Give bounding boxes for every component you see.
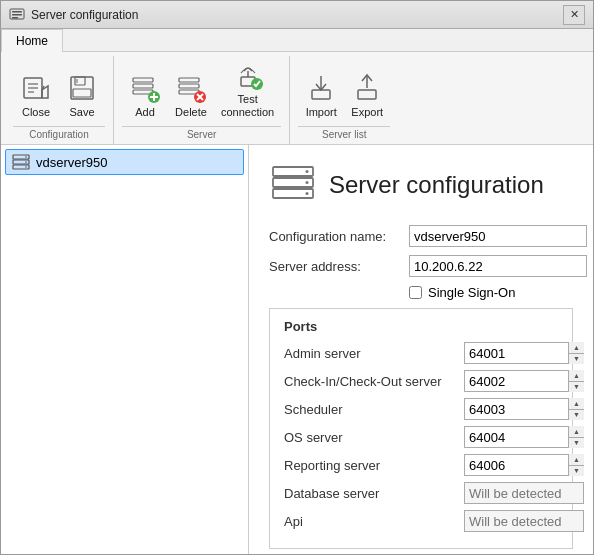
ribbon-buttons-configuration: Close Save	[13, 56, 105, 124]
port-input	[464, 510, 584, 532]
import-button[interactable]: Import	[298, 56, 344, 124]
port-input-wrapper: ▲▼	[464, 426, 584, 448]
port-spinner: ▲▼	[568, 370, 584, 392]
port-input-wrapper: ▲▼	[464, 370, 584, 392]
port-row: Scheduler▲▼	[284, 398, 558, 420]
port-label: Admin server	[284, 346, 464, 361]
port-label: OS server	[284, 430, 464, 445]
ports-label: Ports	[284, 319, 558, 334]
panel-title: Server configuration	[329, 171, 544, 199]
app-icon	[9, 7, 25, 23]
port-input[interactable]	[464, 370, 584, 392]
config-name-input[interactable]	[409, 225, 587, 247]
port-input-wrapper: ▲▼	[464, 398, 584, 420]
svg-rect-30	[358, 90, 376, 99]
port-input-wrapper: ▲▼	[464, 342, 584, 364]
config-name-row: Configuration name:	[269, 225, 573, 247]
server-address-row: Server address:	[269, 255, 573, 277]
server-item-icon	[12, 154, 30, 170]
port-input	[464, 482, 584, 504]
port-input-wrapper	[464, 510, 584, 532]
test-connection-button[interactable]: Test connection	[214, 56, 281, 124]
single-sign-on-checkbox[interactable]	[409, 286, 422, 299]
ports-container: Admin server▲▼Check-In/Check-Out server▲…	[284, 342, 558, 532]
ports-border: Ports Admin server▲▼Check-In/Check-Out s…	[269, 308, 573, 549]
port-row: Reporting server▲▼	[284, 454, 558, 476]
main-window: Server configuration ✕ Home	[0, 0, 594, 555]
spinner-down[interactable]: ▼	[569, 438, 584, 449]
spinner-up[interactable]: ▲	[569, 454, 584, 466]
main-content: vdserver950 Server configuration	[1, 145, 593, 554]
svg-rect-21	[179, 84, 199, 88]
export-button[interactable]: Export	[344, 56, 390, 124]
port-input-wrapper	[464, 482, 584, 504]
svg-point-42	[306, 181, 309, 184]
spinner-up[interactable]: ▲	[569, 426, 584, 438]
add-button[interactable]: Add	[122, 56, 168, 124]
panel-header-icon	[269, 161, 317, 209]
port-spinner: ▲▼	[568, 454, 584, 476]
ribbon-buttons-server-list: Import Export	[298, 56, 390, 124]
panel-header: Server configuration	[269, 161, 573, 209]
close-icon	[20, 72, 52, 104]
spinner-down[interactable]: ▼	[569, 382, 584, 393]
add-icon	[129, 72, 161, 104]
close-button-label: Close	[22, 106, 50, 119]
port-spinner: ▲▼	[568, 426, 584, 448]
port-input[interactable]	[464, 426, 584, 448]
port-input[interactable]	[464, 398, 584, 420]
add-button-label: Add	[135, 106, 155, 119]
spinner-down[interactable]: ▼	[569, 354, 584, 365]
spinner-up[interactable]: ▲	[569, 342, 584, 354]
delete-button[interactable]: Delete	[168, 56, 214, 124]
svg-rect-10	[71, 77, 93, 99]
title-bar-text: Server configuration	[31, 8, 563, 22]
spinner-down[interactable]: ▼	[569, 466, 584, 477]
single-sign-on-label: Single Sign-On	[428, 285, 515, 300]
svg-point-43	[306, 192, 309, 195]
spinner-down[interactable]: ▼	[569, 410, 584, 421]
svg-point-36	[25, 161, 27, 163]
test-connection-icon	[232, 59, 264, 91]
svg-rect-3	[12, 17, 18, 19]
ribbon-group-configuration: Close Save	[5, 56, 114, 144]
port-spinner: ▲▼	[568, 342, 584, 364]
save-icon	[66, 72, 98, 104]
spinner-up[interactable]: ▲	[569, 370, 584, 382]
port-label: Scheduler	[284, 402, 464, 417]
tab-home[interactable]: Home	[1, 29, 63, 52]
port-row: OS server▲▼	[284, 426, 558, 448]
port-row: Admin server▲▼	[284, 342, 558, 364]
close-window-button[interactable]: ✕	[563, 5, 585, 25]
svg-rect-1	[12, 11, 22, 13]
ribbon-group-server: Add	[114, 56, 290, 144]
server-address-input[interactable]	[409, 255, 587, 277]
port-input[interactable]	[464, 342, 584, 364]
left-panel: vdserver950	[1, 145, 249, 554]
save-button[interactable]: Save	[59, 56, 105, 124]
delete-icon	[175, 72, 207, 104]
close-button[interactable]: Close	[13, 56, 59, 124]
right-panel: Server configuration Configuration name:…	[249, 145, 593, 554]
server-list-item[interactable]: vdserver950	[5, 149, 244, 175]
svg-rect-28	[312, 90, 330, 99]
config-name-label: Configuration name:	[269, 229, 409, 244]
ribbon-group-server-list: Import Export Server	[290, 56, 398, 144]
ribbon-content: Close Save	[1, 52, 593, 144]
export-button-label: Export	[351, 106, 383, 119]
port-input[interactable]	[464, 454, 584, 476]
svg-rect-20	[179, 78, 199, 82]
server-item-label: vdserver950	[36, 155, 108, 170]
spinner-up[interactable]: ▲	[569, 398, 584, 410]
port-spinner: ▲▼	[568, 398, 584, 420]
port-label: Database server	[284, 486, 464, 501]
svg-point-41	[306, 170, 309, 173]
port-label: Check-In/Check-Out server	[284, 374, 464, 389]
server-list-group-label: Server list	[298, 126, 390, 140]
config-group-label: Configuration	[13, 126, 105, 140]
title-bar: Server configuration ✕	[1, 1, 593, 29]
test-connection-button-label: Test connection	[221, 93, 274, 119]
svg-rect-12	[73, 89, 91, 97]
export-icon	[351, 72, 383, 104]
ports-section: Ports Admin server▲▼Check-In/Check-Out s…	[269, 308, 573, 549]
